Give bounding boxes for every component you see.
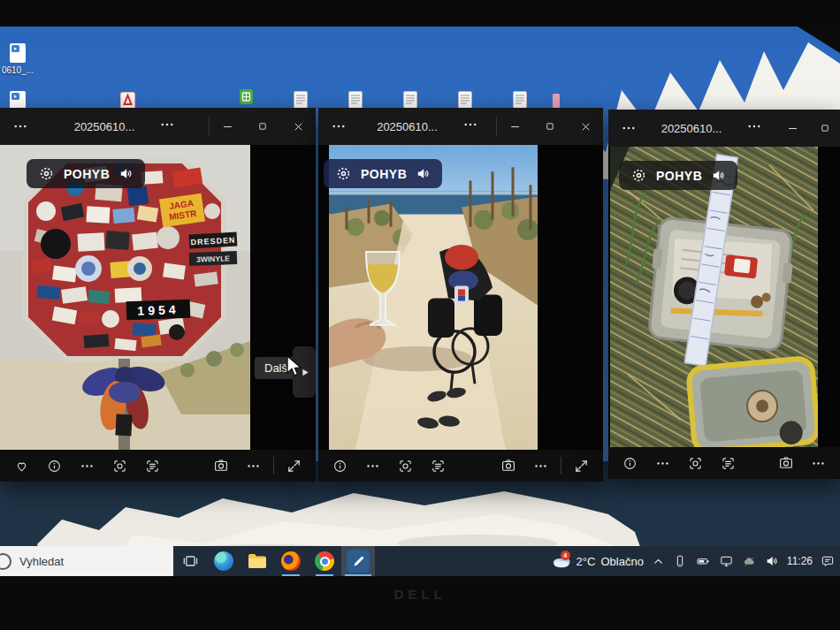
visual-search-button[interactable]	[712, 447, 745, 479]
motion-icon	[38, 165, 55, 182]
motion-icon	[630, 167, 647, 184]
visual-search-button[interactable]	[136, 450, 169, 482]
sticker-text-year: 1954	[137, 302, 179, 318]
speaker-icon[interactable]	[416, 166, 431, 181]
desktop-icon-text-doc-3[interactable]	[387, 91, 433, 109]
taskbar-edge-button[interactable]	[207, 546, 241, 576]
notification-count-badge: 4	[561, 550, 570, 560]
desktop-icon-label: 0610_...	[0, 65, 41, 75]
info-button[interactable]	[614, 447, 646, 479]
pencil-app-icon	[347, 550, 370, 573]
toolbar-more-button[interactable]	[524, 450, 557, 482]
minimize-button[interactable]	[775, 110, 810, 147]
onedrive-cloud-icon[interactable]	[742, 555, 757, 568]
taskbar: Vyhledat	[0, 546, 840, 576]
motion-photo-badge[interactable]: POHYB	[619, 161, 737, 190]
window2-content: POHYB	[318, 145, 603, 450]
window3-content: POHYB	[608, 147, 840, 447]
display-network-icon[interactable]	[719, 554, 734, 568]
close-button[interactable]	[568, 108, 603, 145]
action-center-icon[interactable]	[821, 554, 835, 568]
desktop-icon-partial[interactable]	[552, 94, 561, 109]
motion-badge-label: POHYB	[656, 169, 702, 183]
see-more-button[interactable]	[0, 108, 41, 145]
taskbar-chrome-button[interactable]	[308, 546, 341, 576]
visual-search-button[interactable]	[422, 450, 454, 482]
clock[interactable]: 11:26	[787, 555, 813, 567]
screenshot-button[interactable]	[204, 450, 237, 482]
window2-titlebar[interactable]: 20250610...	[318, 108, 603, 145]
desktop-icon-text-doc-2[interactable]	[332, 91, 378, 109]
toolbar-more-button[interactable]	[802, 447, 835, 479]
photo-beach-bike[interactable]	[329, 145, 538, 450]
window3-titlebar[interactable]: 20250610...	[608, 110, 840, 147]
scan-text-button[interactable]	[679, 447, 712, 479]
screenshot-button[interactable]	[769, 447, 802, 479]
title-menu-button[interactable]	[462, 117, 478, 136]
info-button[interactable]	[324, 450, 356, 482]
scan-text-button[interactable]	[103, 450, 136, 482]
speaker-icon[interactable]	[118, 166, 134, 181]
more-options-button[interactable]	[646, 447, 679, 479]
desktop-icon-spreadsheet[interactable]	[223, 88, 269, 105]
motion-badge-label: POHYB	[361, 167, 407, 181]
desktop-icon-video-file[interactable]: 0610_...	[0, 42, 41, 75]
desktop-icon-text-doc-5[interactable]	[497, 91, 543, 109]
fullscreen-button[interactable]	[278, 450, 310, 482]
photos-window-1: 20250610...	[0, 108, 316, 482]
photo-sticker-sign[interactable]: JAGA MISTR DRESDEN 3WINYLE	[0, 145, 250, 450]
more-options-button[interactable]	[356, 450, 389, 482]
maximize-button[interactable]	[810, 110, 840, 147]
battery-icon[interactable]	[695, 554, 711, 568]
more-options-button[interactable]	[71, 450, 103, 482]
weather-widget[interactable]: 4 2°C Oblačno	[552, 554, 644, 568]
laptop-bezel: DELL	[0, 576, 840, 630]
see-more-button[interactable]	[318, 108, 359, 145]
chevron-up-icon[interactable]	[652, 555, 665, 568]
your-phone-icon[interactable]	[673, 554, 687, 568]
brand-logo: DELL	[393, 587, 446, 602]
title-menu-button[interactable]	[746, 118, 762, 138]
window-title: 20250610...	[661, 122, 722, 135]
maximize-button[interactable]	[532, 108, 568, 145]
window3-toolbar	[608, 447, 840, 479]
desktop-icon-text-doc-1[interactable]	[278, 91, 324, 109]
motion-icon	[335, 165, 352, 182]
system-tray: 4 2°C Oblačno 11:26	[548, 546, 840, 576]
search-placeholder: Vyhledat	[19, 555, 64, 568]
minimize-button[interactable]	[210, 108, 245, 145]
taskbar-firefox-button[interactable]	[274, 546, 308, 576]
speaker-icon[interactable]	[711, 168, 726, 183]
toolbar-divider	[273, 457, 274, 474]
fullscreen-button[interactable]	[565, 450, 598, 482]
toolbar-divider	[561, 457, 561, 474]
screenshot-button[interactable]	[492, 450, 524, 482]
taskbar-photos-app-button[interactable]	[341, 546, 375, 576]
window1-titlebar[interactable]: 20250610...	[0, 108, 316, 145]
chrome-icon	[315, 551, 334, 571]
close-button[interactable]	[280, 108, 316, 145]
window1-content: JAGA MISTR DRESDEN 3WINYLE	[0, 145, 316, 450]
volume-icon[interactable]	[765, 554, 779, 568]
maximize-button[interactable]	[245, 108, 280, 145]
info-button[interactable]	[38, 450, 71, 482]
see-more-button[interactable]	[608, 110, 649, 147]
search-box[interactable]: Vyhledat	[0, 546, 173, 576]
task-view-button[interactable]	[173, 546, 207, 576]
taskbar-file-explorer-button[interactable]	[241, 546, 274, 576]
motion-photo-badge[interactable]: POHYB	[27, 159, 145, 188]
laptop-photo: 0610_...	[0, 0, 840, 630]
title-menu-button[interactable]	[159, 117, 175, 136]
desktop-icon-text-doc-4[interactable]	[442, 91, 488, 109]
edge-icon	[214, 551, 233, 571]
scan-text-button[interactable]	[389, 450, 422, 482]
task-view-icon	[181, 552, 199, 570]
sticker-text-vinyl: 3WINYLE	[196, 254, 230, 263]
favorite-button[interactable]	[5, 450, 38, 482]
photo-geocache-box[interactable]	[610, 147, 818, 447]
photos-window-3: 20250610...	[608, 110, 840, 479]
mouse-cursor	[285, 355, 304, 378]
motion-photo-badge[interactable]: POHYB	[324, 159, 442, 188]
toolbar-more-button[interactable]	[237, 450, 270, 482]
minimize-button[interactable]	[497, 108, 532, 145]
